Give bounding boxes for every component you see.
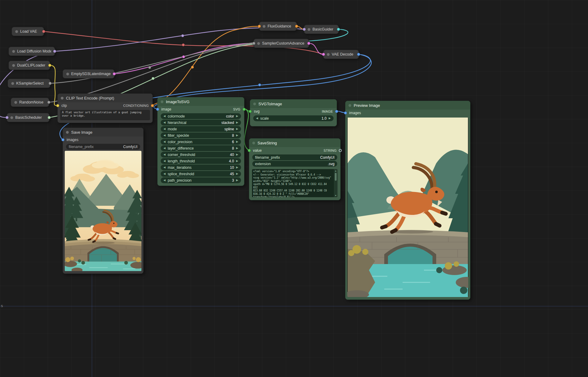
collapse-dot[interactable]	[263, 25, 265, 28]
node-title-bar[interactable]: SaveString	[249, 139, 340, 147]
collapse-dot[interactable]	[257, 42, 260, 45]
svg-input-slot[interactable]	[249, 110, 252, 113]
node-save-string[interactable]: SaveString value STRING filename_prefix …	[249, 138, 341, 200]
decrement-arrow-icon[interactable]: ◀	[163, 120, 166, 125]
node-title-bar[interactable]: Save Image	[63, 128, 143, 136]
increment-arrow-icon[interactable]: ▶	[236, 132, 238, 138]
node-dual-clip-loader[interactable]: DualCLIPLoader	[9, 61, 50, 70]
collapse-dot[interactable]	[253, 103, 256, 105]
collapse-dot[interactable]	[161, 100, 163, 103]
node-image-to-svg[interactable]: ImageToSVG image SVG ◀ colormode color ▶…	[157, 97, 244, 186]
increment-arrow-icon[interactable]: ▶	[236, 158, 238, 164]
collapse-dot[interactable]	[252, 142, 255, 144]
svg-output-slot[interactable]	[243, 108, 246, 111]
collapse-dot[interactable]	[66, 73, 69, 75]
images-input-slot[interactable]	[61, 138, 64, 141]
decrement-arrow-icon[interactable]: ◀	[163, 126, 166, 132]
node-basic-guider[interactable]: BasicGuider	[304, 25, 339, 34]
decrement-arrow-icon[interactable]: ◀	[163, 113, 166, 119]
images-input-slot[interactable]	[344, 111, 347, 114]
string-output-slot[interactable]	[339, 149, 342, 152]
decrement-arrow-icon[interactable]: ◀	[163, 152, 166, 158]
increment-arrow-icon[interactable]: ▶	[236, 171, 238, 177]
increment-arrow-icon[interactable]: ▶	[236, 165, 238, 170]
decrement-arrow-icon[interactable]: ◀	[163, 177, 166, 183]
node-random-noise[interactable]: RandomNoise	[11, 98, 49, 107]
node-title-bar[interactable]: CLIP Text Encode (Prompt)	[58, 94, 152, 102]
decrement-arrow-icon[interactable]: ◀	[256, 115, 258, 121]
widget-max-iterations[interactable]: ◀ max_iterations 10 ▶	[161, 165, 241, 170]
prompt-textarea[interactable]: A flat vector art illustration of a goat…	[60, 110, 150, 120]
latent-output-slot[interactable]	[113, 72, 116, 75]
collapse-dot[interactable]	[14, 101, 17, 104]
widget-corner-threshold[interactable]: ◀ corner_threshold 40 ▶	[161, 152, 241, 158]
collapse-dot[interactable]	[66, 131, 69, 134]
filename-prefix-widget[interactable]: filename_prefix ComfyUI	[66, 144, 140, 150]
node-title-bar[interactable]: ImageToSVG	[158, 97, 244, 106]
string-preview-box[interactable]: <?xml version="1.0" encoding="UTF-8"?> <…	[252, 169, 338, 197]
widget-layer-difference[interactable]: ◀ layer_difference 8 ▶	[161, 145, 241, 151]
conditioning-input-slot[interactable]	[258, 25, 261, 28]
node-svg-to-image[interactable]: SVGToImage svg IMAGE ◀ scale 1.0 ▶	[250, 99, 337, 126]
sampler-output-slot[interactable]	[49, 82, 52, 85]
filename-prefix-widget[interactable]: filename_prefix ComfyUI	[252, 154, 337, 160]
samples-input-slot[interactable]	[322, 53, 325, 56]
increment-arrow-icon[interactable]: ▶	[329, 115, 331, 121]
node-title-bar[interactable]: Preview Image	[345, 101, 470, 110]
comfyui-graph-canvas[interactable]: { "canvas": { "corner_label": "s" }, "ic…	[0, 0, 588, 377]
node-sampler-custom-advance[interactable]: SamplerCustomAdvance	[254, 39, 309, 48]
model-input-slot[interactable]	[303, 28, 306, 31]
increment-arrow-icon[interactable]: ▶	[236, 145, 238, 151]
widget-splice-threshold[interactable]: ◀ splice_threshold 45 ▶	[161, 171, 241, 177]
decrement-arrow-icon[interactable]: ◀	[163, 132, 166, 138]
widget-length-threshold[interactable]: ◀ length_threshold 4.0 ▶	[161, 158, 241, 164]
latent-output-slot[interactable]	[307, 42, 310, 45]
clip-input-slot[interactable]	[56, 104, 59, 107]
scroll-down-icon[interactable]: ▼	[335, 194, 337, 197]
scrollbar[interactable]: ▲ ▼	[334, 169, 338, 197]
image-output-slot[interactable]	[357, 53, 360, 56]
decrement-arrow-icon[interactable]: ◀	[163, 139, 166, 145]
node-load-vae[interactable]: Load VAE	[12, 27, 44, 36]
collapse-dot[interactable]	[61, 97, 64, 100]
widget-hierarchical[interactable]: ◀ hierarchical stacked ▶	[161, 120, 241, 125]
decrement-arrow-icon[interactable]: ◀	[163, 158, 166, 164]
widget-filter-speckle[interactable]: ◀ filter_speckle 8 ▶	[161, 132, 241, 138]
conditioning-output-slot[interactable]	[295, 25, 298, 28]
sigmas-output-slot[interactable]	[48, 116, 51, 119]
save-image-preview[interactable]	[65, 151, 141, 271]
node-preview-image[interactable]: Preview Image images	[345, 101, 470, 300]
widget-color-precision[interactable]: ◀ color_precision 6 ▶	[161, 139, 241, 145]
increment-arrow-icon[interactable]: ▶	[236, 152, 238, 158]
decrement-arrow-icon[interactable]: ◀	[163, 165, 166, 170]
guider-output-slot[interactable]	[337, 28, 340, 31]
node-load-diffusion-model[interactable]: Load Diffusion Model	[9, 47, 55, 56]
increment-arrow-icon[interactable]: ▶	[236, 120, 238, 125]
collapse-dot[interactable]	[12, 64, 15, 67]
vae-output-slot[interactable]	[42, 30, 45, 33]
scrollbar-thumb[interactable]	[335, 173, 337, 181]
sampler-inputs-slot[interactable]	[252, 42, 255, 45]
collapse-dot[interactable]	[12, 50, 15, 53]
noise-output-slot[interactable]	[47, 101, 50, 104]
increment-arrow-icon[interactable]: ▶	[236, 177, 238, 183]
node-save-image[interactable]: Save Image images filename_prefix ComfyU…	[63, 128, 144, 274]
collapse-dot[interactable]	[308, 28, 310, 31]
collapse-dot[interactable]	[327, 53, 330, 56]
image-output-slot[interactable]	[335, 110, 338, 113]
node-basic-scheduler[interactable]: BasicScheduler	[7, 113, 49, 122]
increment-arrow-icon[interactable]: ▶	[236, 113, 238, 119]
model-output-slot[interactable]	[53, 50, 56, 53]
increment-arrow-icon[interactable]: ▶	[236, 126, 238, 132]
node-flux-guidance[interactable]: FluxGuidance	[259, 22, 297, 31]
conditioning-output-slot[interactable]	[151, 104, 154, 107]
node-clip-text-encode[interactable]: CLIP Text Encode (Prompt) clip CONDITION…	[57, 93, 153, 123]
widget-path-precision[interactable]: ◀ path_precision 3 ▶	[161, 177, 241, 183]
image-input-slot[interactable]	[156, 108, 159, 111]
node-title-bar[interactable]: SVGToImage	[250, 100, 337, 108]
widget-mode[interactable]: ◀ mode spline ▶	[161, 126, 241, 132]
node-empty-sd3-latent[interactable]: EmptySD3LatentImage	[63, 69, 115, 78]
decrement-arrow-icon[interactable]: ◀	[163, 171, 166, 177]
scroll-up-icon[interactable]: ▲	[335, 169, 337, 172]
node-vae-decode[interactable]: VAE Decode	[323, 50, 359, 59]
